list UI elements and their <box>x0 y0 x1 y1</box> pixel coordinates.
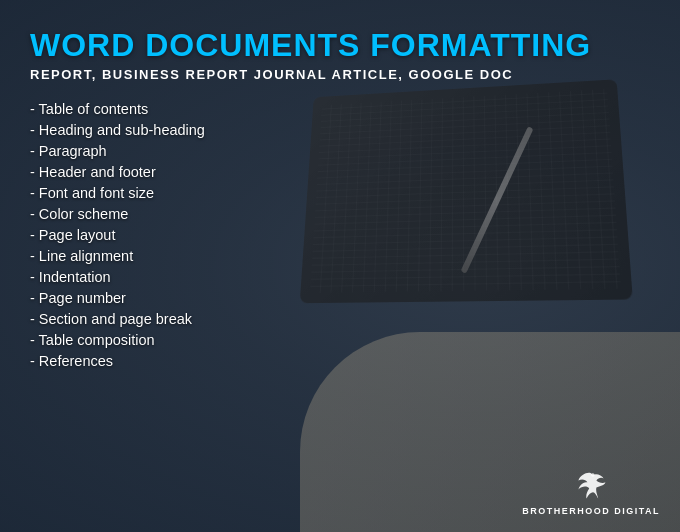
main-container: WORD DOCUMENTS FORMATTING REPORT, BUSINE… <box>0 0 680 532</box>
list-item: - Paragraph <box>30 142 650 160</box>
svg-point-0 <box>591 473 595 477</box>
list-item: - Color scheme <box>30 205 650 223</box>
list-item: - Indentation <box>30 268 650 286</box>
list-item: - Header and footer <box>30 163 650 181</box>
brand-name: BROTHERHOOD DIGITAL <box>522 506 660 516</box>
list-item: - Heading and sub-heading <box>30 121 650 139</box>
page-title: WORD DOCUMENTS FORMATTING <box>30 28 650 63</box>
features-list: - Table of contents- Heading and sub-hea… <box>30 100 650 512</box>
logo-area: BROTHERHOOD DIGITAL <box>522 466 660 516</box>
list-item: - Font and font size <box>30 184 650 202</box>
list-item: - Table of contents <box>30 100 650 118</box>
list-item: - References <box>30 352 650 370</box>
content-area: WORD DOCUMENTS FORMATTING REPORT, BUSINE… <box>0 0 680 532</box>
page-subtitle: REPORT, BUSINESS REPORT JOURNAL ARTICLE,… <box>30 67 650 82</box>
list-item: - Line alignment <box>30 247 650 265</box>
list-item: - Section and page break <box>30 310 650 328</box>
logo-icon <box>573 466 609 502</box>
list-item: - Table composition <box>30 331 650 349</box>
list-item: - Page number <box>30 289 650 307</box>
list-item: - Page layout <box>30 226 650 244</box>
